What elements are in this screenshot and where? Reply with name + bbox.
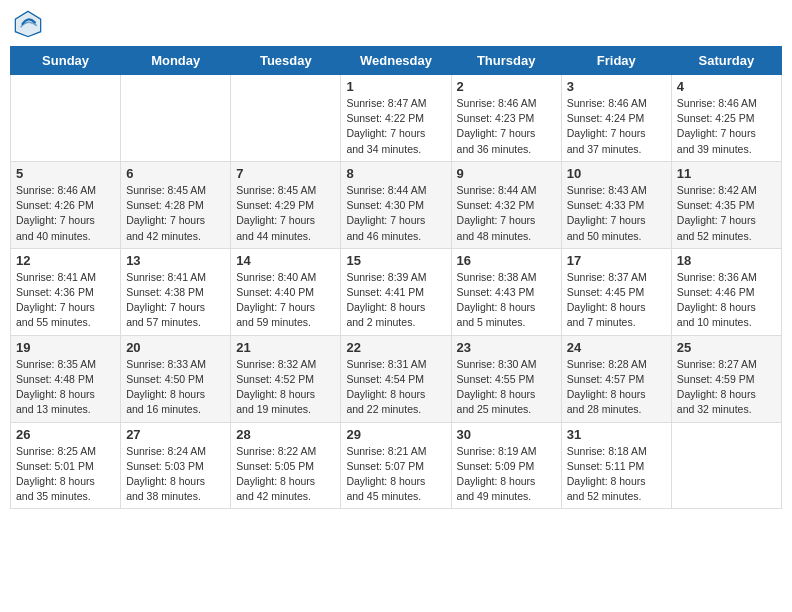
calendar-cell: 22Sunrise: 8:31 AMSunset: 4:54 PMDayligh… bbox=[341, 335, 451, 422]
calendar-cell: 7Sunrise: 8:45 AMSunset: 4:29 PMDaylight… bbox=[231, 161, 341, 248]
day-number: 8 bbox=[346, 166, 445, 181]
day-info: Sunrise: 8:43 AMSunset: 4:33 PMDaylight:… bbox=[567, 183, 666, 244]
day-number: 16 bbox=[457, 253, 556, 268]
day-info: Sunrise: 8:41 AMSunset: 4:38 PMDaylight:… bbox=[126, 270, 225, 331]
weekday-header-tuesday: Tuesday bbox=[231, 47, 341, 75]
day-number: 20 bbox=[126, 340, 225, 355]
day-info: Sunrise: 8:33 AMSunset: 4:50 PMDaylight:… bbox=[126, 357, 225, 418]
day-info: Sunrise: 8:46 AMSunset: 4:24 PMDaylight:… bbox=[567, 96, 666, 157]
day-number: 31 bbox=[567, 427, 666, 442]
calendar-cell: 10Sunrise: 8:43 AMSunset: 4:33 PMDayligh… bbox=[561, 161, 671, 248]
day-number: 2 bbox=[457, 79, 556, 94]
calendar-cell bbox=[231, 75, 341, 162]
calendar-cell: 20Sunrise: 8:33 AMSunset: 4:50 PMDayligh… bbox=[121, 335, 231, 422]
day-info: Sunrise: 8:38 AMSunset: 4:43 PMDaylight:… bbox=[457, 270, 556, 331]
logo-icon bbox=[14, 10, 42, 38]
calendar-cell: 29Sunrise: 8:21 AMSunset: 5:07 PMDayligh… bbox=[341, 422, 451, 509]
calendar-cell: 13Sunrise: 8:41 AMSunset: 4:38 PMDayligh… bbox=[121, 248, 231, 335]
day-number: 9 bbox=[457, 166, 556, 181]
calendar-cell bbox=[121, 75, 231, 162]
calendar-cell: 25Sunrise: 8:27 AMSunset: 4:59 PMDayligh… bbox=[671, 335, 781, 422]
calendar-cell: 8Sunrise: 8:44 AMSunset: 4:30 PMDaylight… bbox=[341, 161, 451, 248]
weekday-header-saturday: Saturday bbox=[671, 47, 781, 75]
day-info: Sunrise: 8:46 AMSunset: 4:26 PMDaylight:… bbox=[16, 183, 115, 244]
calendar-cell: 21Sunrise: 8:32 AMSunset: 4:52 PMDayligh… bbox=[231, 335, 341, 422]
calendar-cell: 17Sunrise: 8:37 AMSunset: 4:45 PMDayligh… bbox=[561, 248, 671, 335]
day-info: Sunrise: 8:37 AMSunset: 4:45 PMDaylight:… bbox=[567, 270, 666, 331]
day-info: Sunrise: 8:44 AMSunset: 4:30 PMDaylight:… bbox=[346, 183, 445, 244]
calendar-cell: 6Sunrise: 8:45 AMSunset: 4:28 PMDaylight… bbox=[121, 161, 231, 248]
calendar-cell: 28Sunrise: 8:22 AMSunset: 5:05 PMDayligh… bbox=[231, 422, 341, 509]
calendar-cell bbox=[671, 422, 781, 509]
day-number: 17 bbox=[567, 253, 666, 268]
weekday-header-wednesday: Wednesday bbox=[341, 47, 451, 75]
calendar-cell bbox=[11, 75, 121, 162]
day-number: 12 bbox=[16, 253, 115, 268]
day-number: 1 bbox=[346, 79, 445, 94]
day-info: Sunrise: 8:45 AMSunset: 4:29 PMDaylight:… bbox=[236, 183, 335, 244]
week-row-2: 5Sunrise: 8:46 AMSunset: 4:26 PMDaylight… bbox=[11, 161, 782, 248]
logo bbox=[14, 10, 46, 38]
calendar-cell: 11Sunrise: 8:42 AMSunset: 4:35 PMDayligh… bbox=[671, 161, 781, 248]
day-info: Sunrise: 8:19 AMSunset: 5:09 PMDaylight:… bbox=[457, 444, 556, 505]
page-header bbox=[10, 10, 782, 38]
day-number: 22 bbox=[346, 340, 445, 355]
day-number: 21 bbox=[236, 340, 335, 355]
day-info: Sunrise: 8:27 AMSunset: 4:59 PMDaylight:… bbox=[677, 357, 776, 418]
day-info: Sunrise: 8:31 AMSunset: 4:54 PMDaylight:… bbox=[346, 357, 445, 418]
calendar-header: SundayMondayTuesdayWednesdayThursdayFrid… bbox=[11, 47, 782, 75]
calendar-cell: 26Sunrise: 8:25 AMSunset: 5:01 PMDayligh… bbox=[11, 422, 121, 509]
weekday-row: SundayMondayTuesdayWednesdayThursdayFrid… bbox=[11, 47, 782, 75]
day-number: 24 bbox=[567, 340, 666, 355]
calendar-cell: 5Sunrise: 8:46 AMSunset: 4:26 PMDaylight… bbox=[11, 161, 121, 248]
day-info: Sunrise: 8:28 AMSunset: 4:57 PMDaylight:… bbox=[567, 357, 666, 418]
day-number: 14 bbox=[236, 253, 335, 268]
weekday-header-sunday: Sunday bbox=[11, 47, 121, 75]
day-info: Sunrise: 8:46 AMSunset: 4:25 PMDaylight:… bbox=[677, 96, 776, 157]
day-info: Sunrise: 8:42 AMSunset: 4:35 PMDaylight:… bbox=[677, 183, 776, 244]
day-info: Sunrise: 8:18 AMSunset: 5:11 PMDaylight:… bbox=[567, 444, 666, 505]
day-info: Sunrise: 8:35 AMSunset: 4:48 PMDaylight:… bbox=[16, 357, 115, 418]
weekday-header-thursday: Thursday bbox=[451, 47, 561, 75]
calendar-cell: 16Sunrise: 8:38 AMSunset: 4:43 PMDayligh… bbox=[451, 248, 561, 335]
calendar-cell: 2Sunrise: 8:46 AMSunset: 4:23 PMDaylight… bbox=[451, 75, 561, 162]
day-number: 10 bbox=[567, 166, 666, 181]
calendar-cell: 18Sunrise: 8:36 AMSunset: 4:46 PMDayligh… bbox=[671, 248, 781, 335]
day-number: 7 bbox=[236, 166, 335, 181]
day-number: 13 bbox=[126, 253, 225, 268]
week-row-5: 26Sunrise: 8:25 AMSunset: 5:01 PMDayligh… bbox=[11, 422, 782, 509]
day-number: 19 bbox=[16, 340, 115, 355]
day-number: 15 bbox=[346, 253, 445, 268]
day-number: 4 bbox=[677, 79, 776, 94]
day-number: 5 bbox=[16, 166, 115, 181]
week-row-4: 19Sunrise: 8:35 AMSunset: 4:48 PMDayligh… bbox=[11, 335, 782, 422]
calendar-cell: 19Sunrise: 8:35 AMSunset: 4:48 PMDayligh… bbox=[11, 335, 121, 422]
day-info: Sunrise: 8:46 AMSunset: 4:23 PMDaylight:… bbox=[457, 96, 556, 157]
day-number: 6 bbox=[126, 166, 225, 181]
day-number: 26 bbox=[16, 427, 115, 442]
calendar-cell: 1Sunrise: 8:47 AMSunset: 4:22 PMDaylight… bbox=[341, 75, 451, 162]
calendar-cell: 12Sunrise: 8:41 AMSunset: 4:36 PMDayligh… bbox=[11, 248, 121, 335]
day-info: Sunrise: 8:41 AMSunset: 4:36 PMDaylight:… bbox=[16, 270, 115, 331]
day-number: 18 bbox=[677, 253, 776, 268]
calendar-cell: 3Sunrise: 8:46 AMSunset: 4:24 PMDaylight… bbox=[561, 75, 671, 162]
day-info: Sunrise: 8:39 AMSunset: 4:41 PMDaylight:… bbox=[346, 270, 445, 331]
day-number: 23 bbox=[457, 340, 556, 355]
day-info: Sunrise: 8:30 AMSunset: 4:55 PMDaylight:… bbox=[457, 357, 556, 418]
calendar-table: SundayMondayTuesdayWednesdayThursdayFrid… bbox=[10, 46, 782, 509]
day-info: Sunrise: 8:24 AMSunset: 5:03 PMDaylight:… bbox=[126, 444, 225, 505]
day-number: 30 bbox=[457, 427, 556, 442]
day-info: Sunrise: 8:25 AMSunset: 5:01 PMDaylight:… bbox=[16, 444, 115, 505]
calendar-cell: 31Sunrise: 8:18 AMSunset: 5:11 PMDayligh… bbox=[561, 422, 671, 509]
day-info: Sunrise: 8:32 AMSunset: 4:52 PMDaylight:… bbox=[236, 357, 335, 418]
calendar-cell: 24Sunrise: 8:28 AMSunset: 4:57 PMDayligh… bbox=[561, 335, 671, 422]
calendar-cell: 15Sunrise: 8:39 AMSunset: 4:41 PMDayligh… bbox=[341, 248, 451, 335]
weekday-header-friday: Friday bbox=[561, 47, 671, 75]
day-number: 28 bbox=[236, 427, 335, 442]
week-row-3: 12Sunrise: 8:41 AMSunset: 4:36 PMDayligh… bbox=[11, 248, 782, 335]
day-info: Sunrise: 8:45 AMSunset: 4:28 PMDaylight:… bbox=[126, 183, 225, 244]
calendar-cell: 9Sunrise: 8:44 AMSunset: 4:32 PMDaylight… bbox=[451, 161, 561, 248]
day-info: Sunrise: 8:44 AMSunset: 4:32 PMDaylight:… bbox=[457, 183, 556, 244]
day-info: Sunrise: 8:47 AMSunset: 4:22 PMDaylight:… bbox=[346, 96, 445, 157]
day-info: Sunrise: 8:36 AMSunset: 4:46 PMDaylight:… bbox=[677, 270, 776, 331]
